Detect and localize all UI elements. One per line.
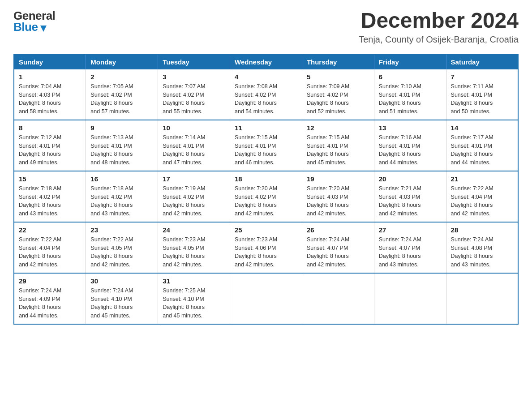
calendar-cell: 30 Sunrise: 7:24 AM Sunset: 4:10 PM Dayl… xyxy=(86,273,158,324)
calendar-cell: 15 Sunrise: 7:18 AM Sunset: 4:02 PM Dayl… xyxy=(14,171,86,222)
calendar-cell: 3 Sunrise: 7:07 AM Sunset: 4:02 PM Dayli… xyxy=(158,69,230,120)
day-number: 4 xyxy=(235,73,297,81)
day-number: 29 xyxy=(19,277,81,285)
day-number: 22 xyxy=(19,226,81,234)
calendar-cell xyxy=(446,273,518,324)
day-number: 12 xyxy=(307,124,369,132)
logo: General Blue xyxy=(13,9,55,34)
calendar-week-row: 8 Sunrise: 7:12 AM Sunset: 4:01 PM Dayli… xyxy=(14,120,518,171)
calendar-cell: 17 Sunrise: 7:19 AM Sunset: 4:02 PM Dayl… xyxy=(158,171,230,222)
day-info: Sunrise: 7:24 AM Sunset: 4:09 PM Dayligh… xyxy=(19,287,81,320)
day-info: Sunrise: 7:16 AM Sunset: 4:01 PM Dayligh… xyxy=(379,133,442,167)
calendar-cell: 29 Sunrise: 7:24 AM Sunset: 4:09 PM Dayl… xyxy=(14,273,86,324)
day-number: 19 xyxy=(307,175,369,183)
calendar-cell: 24 Sunrise: 7:23 AM Sunset: 4:05 PM Dayl… xyxy=(158,222,230,273)
calendar-cell xyxy=(302,273,374,324)
day-info: Sunrise: 7:24 AM Sunset: 4:07 PM Dayligh… xyxy=(379,235,442,269)
day-info: Sunrise: 7:13 AM Sunset: 4:01 PM Dayligh… xyxy=(90,133,153,167)
day-info: Sunrise: 7:15 AM Sunset: 4:01 PM Dayligh… xyxy=(307,133,369,167)
logo-blue-text: Blue xyxy=(13,20,38,34)
header-friday: Friday xyxy=(374,54,446,69)
header-monday: Monday xyxy=(86,54,158,69)
calendar-cell: 1 Sunrise: 7:04 AM Sunset: 4:03 PM Dayli… xyxy=(14,69,86,120)
day-info: Sunrise: 7:25 AM Sunset: 4:10 PM Dayligh… xyxy=(163,287,225,320)
day-number: 8 xyxy=(19,124,81,132)
day-number: 2 xyxy=(90,73,153,81)
day-number: 26 xyxy=(307,226,369,234)
day-number: 3 xyxy=(163,73,225,81)
calendar-week-row: 29 Sunrise: 7:24 AM Sunset: 4:09 PM Dayl… xyxy=(14,273,518,324)
day-info: Sunrise: 7:09 AM Sunset: 4:02 PM Dayligh… xyxy=(307,82,369,116)
calendar-cell: 26 Sunrise: 7:24 AM Sunset: 4:07 PM Dayl… xyxy=(302,222,374,273)
day-info: Sunrise: 7:17 AM Sunset: 4:01 PM Dayligh… xyxy=(451,133,513,167)
header-sunday: Sunday xyxy=(14,54,86,69)
day-number: 7 xyxy=(451,73,513,81)
day-info: Sunrise: 7:10 AM Sunset: 4:01 PM Dayligh… xyxy=(379,82,442,116)
calendar-cell: 9 Sunrise: 7:13 AM Sunset: 4:01 PM Dayli… xyxy=(86,120,158,171)
day-number: 1 xyxy=(19,73,81,81)
logo-arrow-icon xyxy=(39,24,48,34)
day-info: Sunrise: 7:24 AM Sunset: 4:07 PM Dayligh… xyxy=(307,235,369,269)
day-info: Sunrise: 7:20 AM Sunset: 4:02 PM Dayligh… xyxy=(235,184,297,218)
calendar-cell: 4 Sunrise: 7:08 AM Sunset: 4:02 PM Dayli… xyxy=(230,69,302,120)
day-number: 28 xyxy=(451,226,513,234)
day-number: 23 xyxy=(90,226,153,234)
day-number: 13 xyxy=(379,124,442,132)
header-saturday: Saturday xyxy=(446,54,518,69)
day-number: 5 xyxy=(307,73,369,81)
calendar-cell: 27 Sunrise: 7:24 AM Sunset: 4:07 PM Dayl… xyxy=(374,222,446,273)
calendar-week-row: 15 Sunrise: 7:18 AM Sunset: 4:02 PM Dayl… xyxy=(14,171,518,222)
calendar-cell: 14 Sunrise: 7:17 AM Sunset: 4:01 PM Dayl… xyxy=(446,120,518,171)
day-info: Sunrise: 7:22 AM Sunset: 4:04 PM Dayligh… xyxy=(451,184,513,218)
calendar-cell: 2 Sunrise: 7:05 AM Sunset: 4:02 PM Dayli… xyxy=(86,69,158,120)
day-number: 20 xyxy=(379,175,442,183)
calendar-cell: 21 Sunrise: 7:22 AM Sunset: 4:04 PM Dayl… xyxy=(446,171,518,222)
day-info: Sunrise: 7:21 AM Sunset: 4:03 PM Dayligh… xyxy=(379,184,442,218)
calendar-cell: 16 Sunrise: 7:18 AM Sunset: 4:02 PM Dayl… xyxy=(86,171,158,222)
calendar-cell: 20 Sunrise: 7:21 AM Sunset: 4:03 PM Dayl… xyxy=(374,171,446,222)
day-info: Sunrise: 7:18 AM Sunset: 4:02 PM Dayligh… xyxy=(19,184,81,218)
calendar-cell: 10 Sunrise: 7:14 AM Sunset: 4:01 PM Dayl… xyxy=(158,120,230,171)
calendar-week-row: 1 Sunrise: 7:04 AM Sunset: 4:03 PM Dayli… xyxy=(14,69,518,120)
day-info: Sunrise: 7:22 AM Sunset: 4:04 PM Dayligh… xyxy=(19,235,81,269)
day-info: Sunrise: 7:07 AM Sunset: 4:02 PM Dayligh… xyxy=(163,82,225,116)
calendar-cell: 22 Sunrise: 7:22 AM Sunset: 4:04 PM Dayl… xyxy=(14,222,86,273)
day-info: Sunrise: 7:18 AM Sunset: 4:02 PM Dayligh… xyxy=(90,184,153,218)
calendar-cell: 8 Sunrise: 7:12 AM Sunset: 4:01 PM Dayli… xyxy=(14,120,86,171)
calendar-cell: 19 Sunrise: 7:20 AM Sunset: 4:03 PM Dayl… xyxy=(302,171,374,222)
day-number: 6 xyxy=(379,73,442,81)
calendar-cell: 28 Sunrise: 7:24 AM Sunset: 4:08 PM Dayl… xyxy=(446,222,518,273)
day-number: 25 xyxy=(235,226,297,234)
day-number: 21 xyxy=(451,175,513,183)
day-info: Sunrise: 7:08 AM Sunset: 4:02 PM Dayligh… xyxy=(235,82,297,116)
day-info: Sunrise: 7:14 AM Sunset: 4:01 PM Dayligh… xyxy=(163,133,225,167)
day-number: 9 xyxy=(90,124,153,132)
day-number: 18 xyxy=(235,175,297,183)
calendar-cell: 31 Sunrise: 7:25 AM Sunset: 4:10 PM Dayl… xyxy=(158,273,230,324)
day-info: Sunrise: 7:19 AM Sunset: 4:02 PM Dayligh… xyxy=(163,184,225,218)
day-info: Sunrise: 7:23 AM Sunset: 4:05 PM Dayligh… xyxy=(163,235,225,269)
day-info: Sunrise: 7:12 AM Sunset: 4:01 PM Dayligh… xyxy=(19,133,81,167)
day-info: Sunrise: 7:23 AM Sunset: 4:06 PM Dayligh… xyxy=(235,235,297,269)
day-number: 27 xyxy=(379,226,442,234)
day-info: Sunrise: 7:24 AM Sunset: 4:08 PM Dayligh… xyxy=(451,235,513,269)
calendar-cell: 25 Sunrise: 7:23 AM Sunset: 4:06 PM Dayl… xyxy=(230,222,302,273)
calendar-table: SundayMondayTuesdayWednesdayThursdayFrid… xyxy=(13,54,519,325)
calendar-cell: 6 Sunrise: 7:10 AM Sunset: 4:01 PM Dayli… xyxy=(374,69,446,120)
calendar-cell: 12 Sunrise: 7:15 AM Sunset: 4:01 PM Dayl… xyxy=(302,120,374,171)
day-number: 16 xyxy=(90,175,153,183)
calendar-header-row: SundayMondayTuesdayWednesdayThursdayFrid… xyxy=(14,54,518,69)
page-header: General Blue December 2024 Tenja, County… xyxy=(13,9,519,45)
calendar-cell: 5 Sunrise: 7:09 AM Sunset: 4:02 PM Dayli… xyxy=(302,69,374,120)
day-number: 24 xyxy=(163,226,225,234)
calendar-cell: 11 Sunrise: 7:15 AM Sunset: 4:01 PM Dayl… xyxy=(230,120,302,171)
day-number: 31 xyxy=(163,277,225,285)
day-info: Sunrise: 7:20 AM Sunset: 4:03 PM Dayligh… xyxy=(307,184,369,218)
header-thursday: Thursday xyxy=(302,54,374,69)
day-info: Sunrise: 7:04 AM Sunset: 4:03 PM Dayligh… xyxy=(19,82,81,116)
day-number: 11 xyxy=(235,124,297,132)
day-info: Sunrise: 7:05 AM Sunset: 4:02 PM Dayligh… xyxy=(90,82,153,116)
page-title: December 2024 xyxy=(359,9,519,33)
day-info: Sunrise: 7:22 AM Sunset: 4:05 PM Dayligh… xyxy=(90,235,153,269)
header-wednesday: Wednesday xyxy=(230,54,302,69)
